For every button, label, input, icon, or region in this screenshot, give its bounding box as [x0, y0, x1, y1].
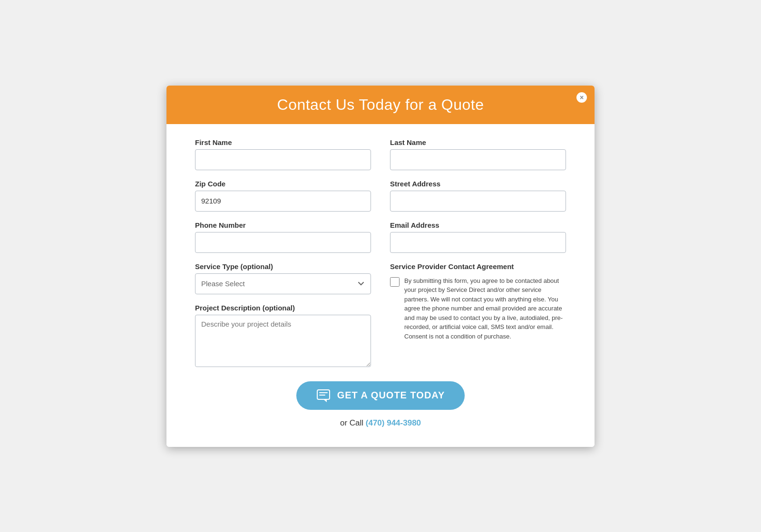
quote-icon	[316, 389, 331, 402]
service-type-group: Service Type (optional) Please Select	[195, 262, 371, 294]
project-description-group: Project Description (optional)	[195, 304, 371, 367]
last-name-label: Last Name	[390, 138, 566, 146]
zip-code-input[interactable]	[195, 191, 371, 212]
zip-code-group: Zip Code	[195, 180, 371, 212]
left-column: First Name Zip Code Phone Number Service…	[195, 138, 371, 367]
call-prefix: or Call	[340, 418, 363, 427]
get-quote-label: GET A QUOTE TODAY	[337, 390, 445, 401]
close-button[interactable]: ×	[576, 91, 588, 104]
email-address-group: Email Address	[390, 221, 566, 253]
phone-number-group: Phone Number	[195, 221, 371, 253]
form-bottom: GET A QUOTE TODAY or Call (470) 944-3980	[195, 381, 566, 428]
call-number-link[interactable]: (470) 944-3980	[366, 418, 421, 427]
service-type-select[interactable]: Please Select	[195, 273, 371, 294]
agreement-checkbox[interactable]	[390, 277, 400, 287]
street-address-label: Street Address	[390, 180, 566, 188]
last-name-group: Last Name	[390, 138, 566, 170]
agreement-title: Service Provider Contact Agreement	[390, 262, 566, 271]
first-name-label: First Name	[195, 138, 371, 146]
modal-container: Contact Us Today for a Quote × First Nam…	[166, 86, 595, 447]
get-quote-button[interactable]: GET A QUOTE TODAY	[296, 381, 465, 410]
zip-code-label: Zip Code	[195, 180, 371, 188]
email-address-label: Email Address	[390, 221, 566, 229]
agreement-section: Service Provider Contact Agreement By su…	[390, 262, 566, 341]
street-address-group: Street Address	[390, 180, 566, 212]
last-name-input[interactable]	[390, 149, 566, 170]
modal-body: First Name Zip Code Phone Number Service…	[166, 124, 595, 447]
modal-title: Contact Us Today for a Quote	[185, 96, 576, 114]
phone-number-label: Phone Number	[195, 221, 371, 229]
right-column: Last Name Street Address Email Address S…	[390, 138, 566, 367]
agreement-text: By submitting this form, you agree to be…	[404, 276, 566, 341]
call-text-container: or Call (470) 944-3980	[340, 418, 421, 428]
project-description-label: Project Description (optional)	[195, 304, 371, 312]
project-description-textarea[interactable]	[195, 315, 371, 367]
service-type-label: Service Type (optional)	[195, 262, 371, 271]
modal-header: Contact Us Today for a Quote ×	[166, 86, 595, 124]
email-address-input[interactable]	[390, 232, 566, 253]
street-address-input[interactable]	[390, 191, 566, 212]
phone-number-input[interactable]	[195, 232, 371, 253]
first-name-group: First Name	[195, 138, 371, 170]
agreement-body: By submitting this form, you agree to be…	[390, 276, 566, 341]
first-name-input[interactable]	[195, 149, 371, 170]
